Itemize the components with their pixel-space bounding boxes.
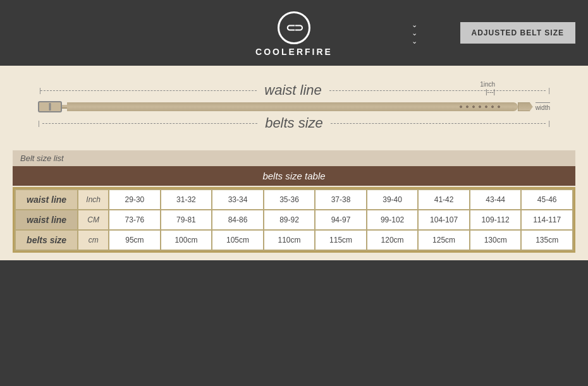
chevrons-icon: ⌄ ⌄ ⌄ — [412, 21, 417, 45]
belts-size-label: belts size — [260, 115, 328, 131]
main-content: | waist line 1inch |---| | — [0, 66, 588, 260]
belt-hole — [479, 106, 481, 108]
size-table-container: waist lineInch29-3031-3233-3435-3637-383… — [13, 187, 575, 253]
data-cell: 33-34 — [212, 190, 264, 210]
size-table: waist lineInch29-3031-3233-3435-3637-383… — [15, 189, 573, 251]
data-cell: 120cm — [367, 230, 419, 250]
belt-holes — [460, 106, 500, 108]
data-cell: 73-76 — [109, 210, 161, 230]
belt-hole — [491, 106, 494, 108]
inch-label: 1inch — [480, 81, 495, 88]
data-cell: 29-30 — [109, 190, 161, 210]
data-cell: 37-38 — [315, 190, 367, 210]
data-cell: 35-36 — [264, 190, 315, 210]
brand-logo: ⊂⊃ — [278, 11, 310, 44]
waist-line-label: waist line — [259, 82, 326, 99]
belt-body — [67, 102, 518, 111]
data-cell: 110cm — [264, 230, 315, 250]
adjusted-belt-size-button[interactable]: ADJUSTED BELT SIZE — [460, 22, 575, 44]
data-cell: 39-40 — [367, 190, 419, 210]
belt-diagram: | waist line 1inch |---| | — [13, 76, 575, 145]
data-cell: 115cm — [315, 230, 367, 250]
row-header: waist line — [15, 190, 78, 210]
data-cell: 45-46 — [521, 190, 573, 210]
data-cell: 84-86 — [212, 210, 264, 230]
table-row: belts sizecm95cm100cm105cm110cm115cm120c… — [15, 230, 573, 250]
data-cell: 43-44 — [470, 190, 522, 210]
table-row: waist lineInch29-3031-3233-3435-3637-383… — [15, 190, 573, 210]
belt-hole — [485, 106, 487, 108]
belt-illustration: width — [32, 101, 556, 112]
data-cell: 135cm — [521, 230, 573, 250]
data-cell: 125cm — [418, 230, 470, 250]
data-cell: 114-117 — [521, 210, 573, 230]
data-cell: 95cm — [109, 230, 161, 250]
data-cell: 130cm — [470, 230, 522, 250]
table-row: waist lineCM73-7679-8184-8689-9294-9799-… — [15, 210, 573, 230]
belt-buckle — [38, 101, 62, 112]
width-label: width — [536, 102, 550, 111]
table-title: belts size table — [13, 166, 575, 186]
size-list-label: Belt size list — [13, 150, 575, 166]
data-cell: 99-102 — [367, 210, 419, 230]
belt-tip — [518, 102, 533, 111]
unit-cell: cm — [78, 230, 109, 250]
data-cell: 100cm — [161, 230, 212, 250]
belt-hole — [460, 106, 462, 108]
data-cell: 109-112 — [470, 210, 522, 230]
data-cell: 104-107 — [418, 210, 470, 230]
data-cell: 89-92 — [264, 210, 315, 230]
row-header: waist line — [15, 210, 78, 230]
unit-cell: CM — [78, 210, 109, 230]
logo-symbol: ⊂⊃ — [286, 21, 302, 35]
header: ⊂⊃ COOLERFIRE ⌄ ⌄ ⌄ ADJUSTED BELT SIZE — [0, 0, 588, 66]
data-cell: 41-42 — [418, 190, 470, 210]
data-cell: 79-81 — [161, 210, 212, 230]
data-cell: 31-32 — [161, 190, 212, 210]
brand-name: COOLERFIRE — [255, 47, 333, 57]
data-cell: 105cm — [212, 230, 264, 250]
belt-hole — [466, 106, 469, 108]
unit-cell: Inch — [78, 190, 109, 210]
belt-hole — [498, 106, 500, 108]
logo-area: ⊂⊃ COOLERFIRE — [255, 11, 333, 57]
belt-hole — [472, 106, 475, 108]
row-header: belts size — [15, 230, 78, 250]
data-cell: 94-97 — [315, 210, 367, 230]
